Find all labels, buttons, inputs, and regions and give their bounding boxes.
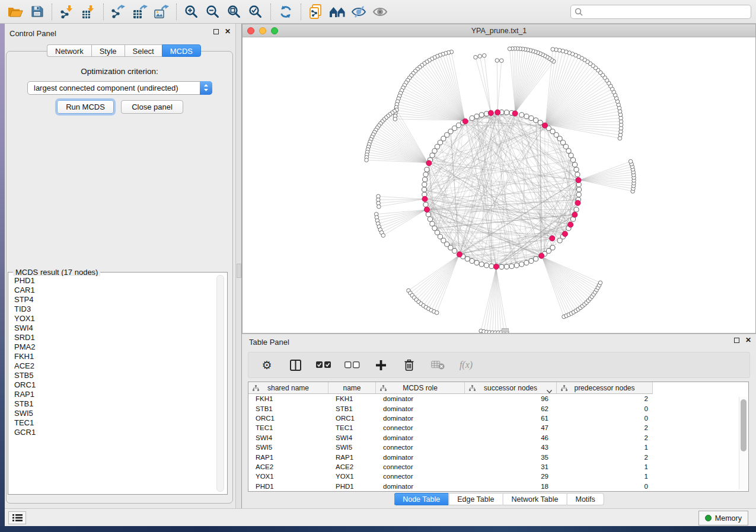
mcds-result-item[interactable]: FKH1: [9, 352, 226, 361]
mcds-buttons: Run MCDS Close panel: [7, 100, 232, 114]
open-file-icon[interactable]: [5, 2, 26, 21]
float-panel-icon[interactable]: [734, 338, 739, 343]
search-network-icon[interactable]: [327, 2, 348, 21]
mcds-result-item[interactable]: CAR1: [9, 286, 226, 295]
column-header-successor-nodes[interactable]: successor nodes: [465, 382, 557, 394]
vertical-splitter[interactable]: [235, 24, 242, 508]
export-network-icon[interactable]: [108, 2, 129, 21]
mcds-result-item[interactable]: TID3: [9, 305, 226, 314]
table-row[interactable]: PHD1PHD1dominator180: [248, 482, 748, 491]
import-network-icon[interactable]: [56, 2, 78, 21]
add-column-icon[interactable]: [373, 356, 388, 374]
export-table-icon[interactable]: [129, 2, 151, 21]
table-toolbar: ⚙ f(x): [248, 352, 750, 378]
zoom-in-icon[interactable]: [181, 2, 202, 21]
mcds-tab-panel: Optimization criterion: largest connecte…: [6, 51, 233, 504]
network-canvas[interactable]: [243, 37, 755, 333]
tab-mcds[interactable]: MCDS: [162, 44, 201, 57]
main-toolbar: [0, 0, 756, 24]
status-bar: Memory: [5, 508, 756, 526]
close-panel-button[interactable]: Close panel: [121, 100, 183, 114]
column-header-shared-name[interactable]: shared name: [248, 382, 328, 394]
mcds-result-item[interactable]: RAP1: [9, 390, 226, 399]
mcds-result-item[interactable]: STP4: [9, 295, 226, 305]
save-session-icon[interactable]: [26, 2, 47, 21]
table-scrollbar-thumb[interactable]: [741, 399, 747, 451]
tab-style[interactable]: Style: [91, 44, 125, 57]
search-input[interactable]: [583, 8, 747, 16]
tab-node-table[interactable]: Node Table: [394, 493, 448, 505]
vertical-splitter-handle[interactable]: [237, 264, 241, 278]
table-row[interactable]: ACE2ACE2connector311: [248, 462, 748, 472]
tab-select[interactable]: Select: [125, 44, 162, 57]
mcds-result-item[interactable]: GCR1: [9, 428, 226, 437]
zoom-out-icon[interactable]: [202, 2, 224, 21]
table-row[interactable]: ORC1ORC1dominator610: [248, 414, 748, 423]
column-header-name[interactable]: name: [328, 382, 376, 394]
delete-column-icon[interactable]: [401, 356, 417, 374]
table-row[interactable]: SWI5SWI5connector431: [248, 443, 748, 452]
zoom-fit-icon[interactable]: [224, 2, 245, 21]
desktop: Control Panel ✕ NetworkStyleSelectMCDS O…: [0, 0, 756, 532]
mcds-list-scrollbar[interactable]: [216, 275, 224, 492]
column-type-icon: [253, 385, 259, 393]
search-icon: [575, 8, 583, 16]
select-all-icon[interactable]: [316, 356, 331, 374]
tab-network[interactable]: Network: [47, 44, 91, 57]
table-row[interactable]: SWI4SWI4dominator462: [248, 433, 748, 443]
hide-graphics-details-icon[interactable]: [348, 2, 369, 21]
mcds-result-item[interactable]: SWI5: [9, 409, 226, 418]
control-panel-header: Control Panel ✕: [5, 24, 235, 40]
run-mcds-button[interactable]: Run MCDS: [57, 100, 114, 114]
mcds-result-item[interactable]: YOX1: [9, 314, 226, 323]
mcds-result-item[interactable]: PHD1: [9, 276, 226, 286]
float-panel-icon[interactable]: [213, 29, 219, 34]
zoom-selected-icon[interactable]: [245, 2, 266, 21]
table-row[interactable]: FKH1FKH1dominator962: [248, 394, 748, 403]
show-graphics-details-icon[interactable]: [369, 2, 391, 21]
function-builder-icon[interactable]: f(x): [458, 356, 474, 374]
column-header-label: successor nodes: [484, 384, 537, 392]
mcds-result-item[interactable]: STB1: [9, 399, 226, 409]
mcds-result-item[interactable]: STB5: [9, 371, 226, 380]
table-settings-icon[interactable]: ⚙: [259, 356, 275, 374]
horizontal-splitter-handle[interactable]: [502, 328, 509, 332]
column-header-predecessor-nodes[interactable]: predecessor nodes: [557, 382, 653, 394]
table-row[interactable]: RAP1RAP1dominator352: [248, 452, 748, 462]
mcds-result-item[interactable]: TEC1: [9, 418, 226, 428]
delete-table-icon[interactable]: [430, 356, 445, 374]
export-image-icon[interactable]: [151, 2, 172, 21]
refresh-icon[interactable]: [275, 2, 296, 21]
network-window-titlebar[interactable]: YPA_prune.txt_1: [243, 24, 755, 37]
table-body: FKH1FKH1dominator962STB1STB1dominator620…: [248, 394, 748, 491]
table-row[interactable]: STB1STB1dominator620: [248, 403, 748, 413]
tab-network-table[interactable]: Network Table: [503, 493, 567, 505]
column-header-MCDS-role[interactable]: MCDS role: [376, 382, 465, 394]
mcds-result-item[interactable]: ACE2: [9, 361, 226, 371]
clone-network-icon[interactable]: [305, 2, 327, 21]
table-panel: Table Panel ✕ ⚙: [242, 334, 756, 508]
mcds-result-item[interactable]: SWI4: [9, 323, 226, 333]
table-panel-header: Table Panel ✕: [242, 334, 756, 348]
memory-label: Memory: [715, 514, 742, 523]
criterion-dropdown[interactable]: largest connected component (undirected): [27, 81, 212, 95]
close-panel-icon[interactable]: ✕: [225, 29, 231, 34]
tab-edge-table[interactable]: Edge Table: [448, 493, 502, 505]
task-history-button[interactable]: [8, 511, 26, 524]
split-view-icon[interactable]: [288, 356, 303, 374]
memory-button[interactable]: Memory: [698, 511, 748, 525]
table-scrollbar[interactable]: [739, 397, 747, 489]
deselect-all-icon[interactable]: [344, 356, 360, 374]
mcds-result-item[interactable]: SRD1: [9, 333, 226, 342]
toolbar-separator: [52, 4, 52, 20]
table-row[interactable]: YOX1YOX1connector291: [248, 472, 748, 481]
mcds-result-item[interactable]: PMA2: [9, 342, 226, 352]
mcds-result-title: MCDS result (17 nodes): [13, 268, 100, 277]
tab-motifs[interactable]: Motifs: [566, 493, 604, 505]
table-row[interactable]: TEC1TEC1connector472: [248, 423, 748, 432]
task-list-icon: [12, 514, 23, 522]
mcds-result-item[interactable]: ORC1: [9, 380, 226, 390]
import-table-icon[interactable]: [78, 2, 99, 21]
close-panel-icon[interactable]: ✕: [745, 338, 751, 343]
toolbar-separator: [176, 4, 177, 20]
